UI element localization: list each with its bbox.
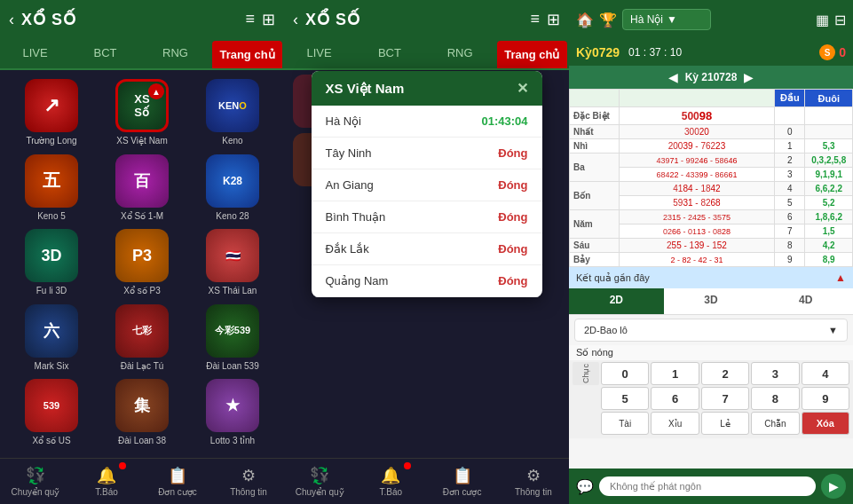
expand-icon[interactable]: ▲ [835,272,846,284]
modal-header: XS Việt Nam ✕ [312,71,542,106]
num-7[interactable]: 7 [701,387,749,410]
table-row: Bốn 4184 - 1842 4 6,6,2,2 [570,182,853,196]
ky-id: Kỳ 210728 [685,71,738,83]
modal-row-binhthuan[interactable]: Bình Thuận Đóng [312,201,542,233]
game-xsthailan[interactable]: 🇹🇭 XS Thái Lan [190,229,275,299]
table-row: Ba 43971 - 99246 - 58646 2 0,3,2,5,8 [570,154,853,168]
num-6[interactable]: 6 [651,387,699,410]
tab-live[interactable]: LIVE [0,39,70,68]
game-dailactu[interactable]: 七彩 Đài Lạc Tú [99,304,185,374]
prize-ba: Ba [570,154,620,182]
chat-input[interactable] [599,476,816,496]
tab-2d[interactable]: 2D [569,288,664,314]
num-0[interactable]: 0 [601,362,649,385]
modal-title: XS Việt Nam [326,81,405,97]
game-keno28[interactable]: K28 Keno 28 [190,154,275,224]
nav-chuyen-quy-label: Chuyển quỹ [12,487,60,497]
tab-rng[interactable]: RNG [140,39,210,68]
nav-t-bao-label: T.Báo [95,487,118,497]
btn-le[interactable]: Lẻ [701,412,749,435]
game-truong-long[interactable]: ↗ Trường Long [9,79,94,149]
panel1-header: ‹ XỔ SỐ ≡ ⊞ [0,0,284,39]
numbers-bon1: 4184 - 1842 [619,182,774,196]
game-label-keno: Keno [222,136,242,146]
back-button[interactable]: ‹ [9,11,14,29]
panel3-header: 🏠 🏆 Hà Nội ▼ ▦ ⊟ [569,0,853,39]
nav-thong-tin[interactable]: ⚙ Thông tin [213,459,284,504]
num-2[interactable]: 2 [701,362,749,385]
tab-trangchu[interactable]: Trang chủ [212,41,282,68]
tayninh-status: Đóng [498,146,527,160]
grid-icon[interactable]: ⊞ [262,10,275,29]
nav-t-bao[interactable]: 🔔 T.Báo [71,459,142,504]
duoi-nhat [805,125,853,139]
game-xsus[interactable]: 539 Xổ số US [9,379,94,449]
game-xs-vietnam[interactable]: XSSố ▲ XS Việt Nam [99,79,185,149]
hamburger-icon[interactable]: ≡ [245,10,255,29]
game-dailoan38[interactable]: 集 Đài Loan 38 [99,379,185,449]
game-label-dailoan539: Đài Loan 539 [206,361,259,371]
angiang-label: An Giang [326,178,374,192]
ky-prev-arrow[interactable]: ◀ [661,70,685,84]
numbers-nhi: 20039 - 76223 [619,139,774,154]
nav-chuyen-quy[interactable]: 💱 Chuyển quỹ [0,459,71,504]
modal-close-button[interactable]: ✕ [517,80,528,97]
num-9[interactable]: 9 [802,387,849,410]
table-view-icon[interactable]: ⊟ [834,12,846,28]
send-button[interactable]: ▶ [821,474,846,499]
game-xsp3[interactable]: P3 Xổ số P3 [99,229,185,299]
btn-xoa[interactable]: Xóa [802,412,849,435]
btn-tai[interactable]: Tài [601,412,649,435]
num-4[interactable]: 4 [802,362,849,385]
trophy-icon[interactable]: 🏆 [599,12,617,28]
game-fuli3d[interactable]: 3D Fu li 3D [9,229,94,299]
ketqua-label: Kết quả gần đây [576,272,650,284]
tab-bct[interactable]: BCT [70,39,140,68]
baolo-dropdown[interactable]: 2D-Bao lô ▼ [574,319,848,342]
duoi-ba2: 9,1,9,1 [805,168,853,182]
chat-bar: 💬 ▶ [569,469,853,504]
game-label-dailoan38: Đài Loan 38 [118,436,166,445]
tab-4d[interactable]: 4D [758,288,853,314]
dau-nam1: 6 [775,210,805,224]
nav-don-cuoc[interactable]: 📋 Đơn cược [142,459,213,504]
panel1-nav-tabs: LIVE BCT RNG Trang chủ [0,39,284,70]
daklak-status: Đóng [498,242,527,256]
modal-row-angiang[interactable]: An Giang Đóng [312,169,542,201]
so-nong-label: Số nóng [576,347,613,358]
panel1-title: XỔ SỐ [21,10,245,29]
tab-3d[interactable]: 3D [664,288,759,314]
btn-chan[interactable]: Chẵn [751,412,799,435]
num-1[interactable]: 1 [651,362,699,385]
game-icon-truong-long: ↗ [25,79,78,132]
dau-bon2: 5 [775,196,805,210]
numbers-ba1: 43971 - 99246 - 58646 [619,154,774,168]
modal-row-daklak[interactable]: Đắk Lắk Đóng [312,233,542,265]
game-xs1m[interactable]: 百 Xổ Số 1-M [99,154,185,224]
game-keno[interactable]: KENO Keno [190,79,275,149]
ky-next-arrow[interactable]: ▶ [737,70,761,84]
btn-xiu[interactable]: Xỉu [651,412,699,435]
chuc-label: Chục [573,362,599,385]
game-label-keno28: Keno 28 [216,211,249,221]
modal-row-hanoi[interactable]: Hà Nội 01:43:04 [312,106,542,138]
numpad-spacer [573,387,599,410]
location-selector[interactable]: Hà Nội ▼ [622,9,711,30]
num-3[interactable]: 3 [751,362,799,385]
dau-nhi: 1 [775,139,805,154]
modal-row-tayninh[interactable]: Tây Ninh Đóng [312,138,542,169]
ky-number: 0729 [592,45,620,59]
num-8[interactable]: 8 [751,387,799,410]
modal-row-quangnam[interactable]: Quảng Nam Đóng [312,265,542,297]
duoi-bon2: 5,2 [805,196,853,210]
game-marksix[interactable]: 六 Mark Six [9,304,94,374]
game-dailoan539[interactable]: 今彩539 Đài Loan 539 [190,304,275,374]
home-icon[interactable]: 🏠 [576,12,594,28]
chat-bubble-icon: 💬 [576,478,594,495]
game-icon-dailoan539: 今彩539 [206,304,259,358]
list-view-icon[interactable]: ▦ [816,12,829,28]
game-keno5[interactable]: 五 Keno 5 [9,154,94,224]
game-lotto3tinh[interactable]: ★ Lotto 3 tỉnh [190,379,275,449]
num-5[interactable]: 5 [601,387,649,410]
panel3-subheader: Kỳ 0729 01 : 37 : 10 S 0 [569,39,853,66]
